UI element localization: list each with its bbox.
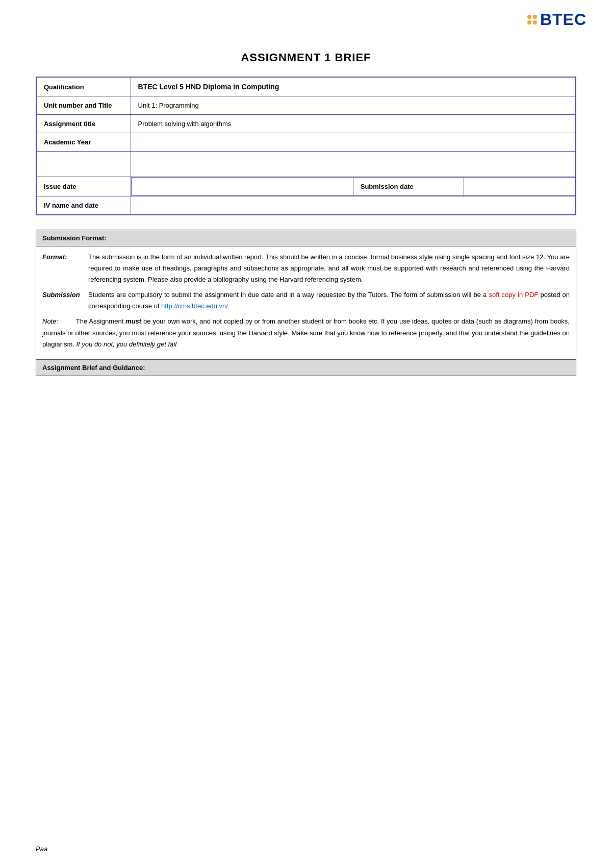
- note-block: Note: The Assignment must be your own wo…: [42, 316, 570, 350]
- table-row-qualification: Qualification BTEC Level 5 HND Diploma i…: [36, 77, 576, 96]
- logo-container: BTEC: [527, 10, 586, 29]
- table-row-assignment-title: Assignment title Problem solving with al…: [36, 115, 576, 133]
- submission-red-text: soft copy in PDF: [489, 291, 538, 299]
- academic-year-label: Academic Year: [36, 133, 131, 152]
- format-label: Format:: [42, 252, 88, 285]
- iv-value: [131, 196, 576, 215]
- note-label: Note:: [42, 317, 58, 325]
- note-spacer: [60, 317, 74, 325]
- page-title: ASSIGNMENT 1 BRIEF: [36, 51, 576, 64]
- submission-format-content: Format: The submission is in the form of…: [36, 246, 576, 359]
- issue-date-value: [131, 178, 353, 196]
- empty-label-cell: [36, 152, 131, 177]
- submission-format-header: Submission Format:: [36, 230, 576, 246]
- dot-3: [527, 20, 531, 24]
- assignment-brief-header: Assignment Brief and Guidance:: [36, 359, 576, 376]
- submission-date-label: Submission date: [353, 178, 464, 196]
- qualification-value: BTEC Level 5 HND Diploma in Computing: [131, 77, 576, 96]
- page-footer: Paa: [36, 845, 47, 853]
- submission-format-section: Submission Format: Format: The submissio…: [36, 230, 576, 376]
- table-row-empty: [36, 152, 576, 177]
- format-text: The submission is in the form of an indi…: [88, 252, 570, 285]
- table-row-unit: Unit number and Title Unit 1: Programmin…: [36, 96, 576, 115]
- iv-label: IV name and date: [36, 196, 131, 215]
- table-row-academic-year: Academic Year: [36, 133, 576, 152]
- submission-label: Submission: [42, 289, 88, 312]
- btec-dots: [527, 15, 537, 24]
- dot-1: [527, 15, 531, 19]
- btec-logo-text: BTEC: [540, 10, 586, 29]
- issue-date-label: Issue date: [36, 177, 131, 196]
- qualification-label: Qualification: [36, 77, 131, 96]
- empty-value-cell: [131, 152, 576, 177]
- note-must: must: [125, 317, 141, 325]
- assignment-title-value: Problem solving with algorithms: [131, 115, 576, 133]
- submission-text-1: Students are compulsory to submit the as…: [88, 291, 489, 299]
- dot-4: [533, 20, 537, 24]
- submission-block: Submission Students are compulsory to su…: [42, 289, 570, 312]
- academic-year-value: [131, 133, 576, 152]
- submission-text: Students are compulsory to submit the as…: [88, 289, 570, 312]
- submission-date-value: [464, 178, 575, 196]
- issue-submission-cell: Submission date: [131, 177, 576, 196]
- note-text-1: The Assignment: [76, 317, 125, 325]
- table-row-issue-submission: Issue date Submission date: [36, 177, 576, 196]
- note-italic: If you do not, you definitely get fail: [76, 340, 176, 348]
- btec-logo: BTEC: [527, 10, 586, 29]
- info-table: Qualification BTEC Level 5 HND Diploma i…: [36, 77, 576, 215]
- table-row-iv: IV name and date: [36, 196, 576, 215]
- unit-value: Unit 1: Programming: [131, 96, 576, 115]
- submission-link[interactable]: http://cms.btec.edu.vn/: [161, 302, 228, 310]
- format-block: Format: The submission is in the form of…: [42, 252, 570, 285]
- assignment-title-label: Assignment title: [36, 115, 131, 133]
- dot-2: [533, 15, 537, 19]
- unit-label: Unit number and Title: [36, 96, 131, 115]
